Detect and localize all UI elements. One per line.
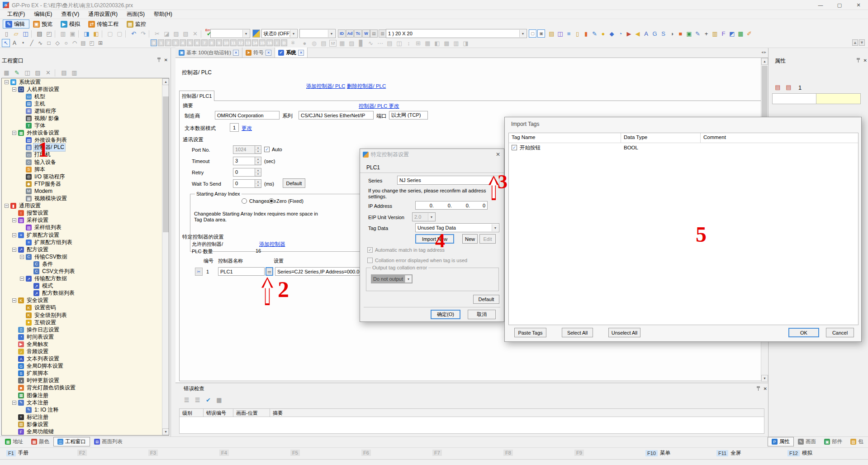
Wait To Send-input[interactable]: 0▲▼	[233, 179, 261, 188]
copy-screen-icon[interactable]: ◧	[91, 29, 101, 38]
toolbar-icon[interactable]: ▩	[442, 38, 451, 48]
cut-icon[interactable]: ✂	[152, 29, 162, 38]
bottom-tab-部件[interactable]: ▣部件	[820, 437, 846, 446]
fkey-F11[interactable]: F11全屏	[716, 450, 741, 456]
layer-button-0[interactable]: 0	[151, 39, 157, 46]
bottom-tab-颜色[interactable]: ▦颜色	[27, 437, 53, 446]
tree-item-配方数据列表[interactable]: ↗配方数据列表	[2, 290, 169, 297]
paste-node-icon[interactable]: ▨	[33, 68, 43, 77]
parts-icon[interactable]: ◫	[556, 29, 564, 38]
delete-row-icon[interactable]: ✂	[195, 268, 203, 276]
parts-icon[interactable]: ✐	[745, 29, 754, 38]
error-close-icon[interactable]: ✕	[764, 386, 767, 391]
next-screen-icon[interactable]: ▢	[115, 29, 124, 38]
tree-item-扩展配方组列表[interactable]: ≡扩展配方组列表	[2, 239, 169, 246]
tree-item-系统设置[interactable]: ▣系统设置	[2, 78, 169, 86]
paste-icon[interactable]: ▨	[171, 29, 181, 38]
tree-item-影像设置[interactable]: ▥影像设置	[2, 421, 169, 428]
toolbar-icon[interactable]: ▦	[337, 38, 347, 48]
paste-tags-button[interactable]: Paste Tags	[514, 328, 546, 337]
Timeout-input[interactable]: 3▲▼	[233, 157, 261, 165]
id-button-ID[interactable]: ID	[338, 29, 346, 38]
props-sort-icon[interactable]: ▤	[784, 82, 793, 91]
toolbar-scroll-down-icon[interactable]: ▼	[859, 39, 865, 46]
tree-item-主机[interactable]: ▤主机	[2, 100, 169, 107]
language-combo[interactable]	[299, 29, 336, 38]
tab-scroll-left-icon[interactable]: ◂	[761, 50, 764, 54]
tree-item-控制器/ PLC[interactable]: ▥控制器/ PLC	[2, 144, 169, 151]
doc-tab-基本 100(自动运转)[interactable]: ▣基本 100(自动运转)✕	[175, 48, 242, 58]
bottom-tab-包[interactable]: ▥包	[846, 437, 868, 446]
tree-item-全局功能键[interactable]: F全局功能键	[2, 428, 169, 436]
undo-icon[interactable]: ↶	[129, 29, 138, 38]
parts-icon[interactable]: S	[659, 29, 668, 38]
layer-button-1[interactable]: 1	[158, 39, 164, 46]
parts-icon[interactable]: ◑	[668, 29, 676, 38]
tree-item-背光灯颜色切换设置[interactable]: ■背光灯颜色切换设置	[2, 384, 169, 392]
dialog-default-button[interactable]: Default	[473, 295, 499, 304]
toolbar-icon[interactable]: ∿	[366, 38, 375, 48]
layer-button-13[interactable]: 13	[245, 39, 251, 46]
props-filter-icon[interactable]: ▤	[773, 82, 783, 91]
tree-item-互锁设置[interactable]: ●互锁设置	[2, 319, 169, 326]
toolbar-icon[interactable]: ▤	[385, 38, 394, 48]
tree-item-采样设置[interactable]: ▥采样设置	[2, 217, 169, 224]
image-tool-icon[interactable]: ◰	[88, 39, 96, 47]
parts-icon[interactable]: ▥	[711, 29, 719, 38]
tree-item-操作日志设置[interactable]: ▯操作日志设置	[2, 326, 169, 333]
property-row[interactable]	[772, 93, 861, 104]
menu-编辑(E)[interactable]: 编辑(E)	[29, 10, 57, 19]
scale-tool-icon[interactable]: ▤	[79, 39, 87, 47]
layer-button-I[interactable]: I	[274, 39, 280, 46]
tree-item-配方设置[interactable]: ↗配方设置	[2, 246, 169, 253]
layer-button-12[interactable]: 12	[237, 39, 244, 46]
tree-item-FTP服务器[interactable]: ◆FTP服务器	[2, 180, 169, 187]
parts-icon[interactable]: ▦	[736, 29, 745, 38]
properties-close-icon[interactable]: ✕	[863, 58, 867, 63]
layer-button-5[interactable]: 5	[187, 39, 193, 46]
parts-icon[interactable]: ▯	[573, 29, 582, 38]
mode-button-模拟[interactable]: ▶模拟	[58, 19, 85, 29]
parts-icon[interactable]: ▣	[685, 29, 693, 38]
parts-icon[interactable]: ✎	[590, 29, 599, 38]
polyline-tool-icon[interactable]: ∿	[36, 39, 44, 47]
tree-item-条件[interactable]: C条件	[2, 260, 169, 268]
toolbar-icon[interactable]: ▨	[347, 38, 356, 48]
textmode-change-link[interactable]: 更改	[242, 125, 252, 132]
menu-帮助(H)[interactable]: 帮助(H)	[149, 10, 177, 19]
tree-item-传输CSV数据[interactable]: C传输CSV数据	[2, 253, 169, 260]
layer-button-8[interactable]: 8	[209, 39, 215, 46]
layer-button-6[interactable]: 6	[194, 39, 200, 46]
toolbar-icon[interactable]: ⊞	[413, 38, 423, 48]
minimize-button[interactable]: —	[811, 0, 830, 10]
tree-item-字体[interactable]: T字体	[2, 122, 169, 129]
doc-tab-close-icon[interactable]: ✕	[233, 50, 239, 56]
tree-item-视频模块设置[interactable]: ▦视频模块设置	[2, 195, 169, 202]
layer-button-11[interactable]: 11	[230, 39, 237, 46]
tree-item-人机界面设置[interactable]: ▢人机界面设置	[2, 86, 169, 93]
print-list-icon[interactable]: ▥	[379, 29, 386, 38]
tree-item-音频设置[interactable]: ♪音频设置	[2, 348, 169, 355]
tree-item-图像注册[interactable]: ▦图像注册	[2, 392, 169, 399]
doc-tab-符号[interactable]: ➤符号✕	[242, 48, 275, 58]
toolbar-icon[interactable]: ▥	[451, 38, 461, 48]
parts-icon[interactable]: ◔	[616, 29, 625, 38]
error-recheck-icon[interactable]: ✔	[204, 395, 213, 404]
open-project-icon[interactable]: ▱	[11, 29, 21, 38]
toolbar-icon[interactable]: ◫	[394, 38, 404, 48]
close-button[interactable]: ✕	[849, 0, 868, 10]
tree-item-输入设备[interactable]: ◇输入设备	[2, 158, 169, 166]
tree-item-外接设备设置[interactable]: ▦外接设备设置	[2, 129, 169, 137]
plc-settings-button[interactable]: ⚌	[266, 267, 273, 276]
bottom-tab-工程窗口[interactable]: ◫工程窗口	[53, 437, 90, 446]
state-combo[interactable]: 状态0 (OFF)	[261, 29, 298, 38]
ellipse-tool-icon[interactable]: ○	[62, 39, 70, 47]
layer-button-14[interactable]: 14	[252, 39, 258, 46]
plc1-tab[interactable]: 控制器/ PLC1	[179, 91, 214, 101]
scroll-thumb[interactable]	[163, 96, 169, 232]
capture-icon[interactable]: ▥	[58, 29, 68, 38]
dot-tool-icon[interactable]: •	[19, 39, 27, 47]
mode-button-监控[interactable]: ▦监控	[124, 19, 151, 29]
toolbar-icon[interactable]: ▊	[356, 38, 366, 48]
changeable-radio[interactable]	[242, 198, 247, 204]
